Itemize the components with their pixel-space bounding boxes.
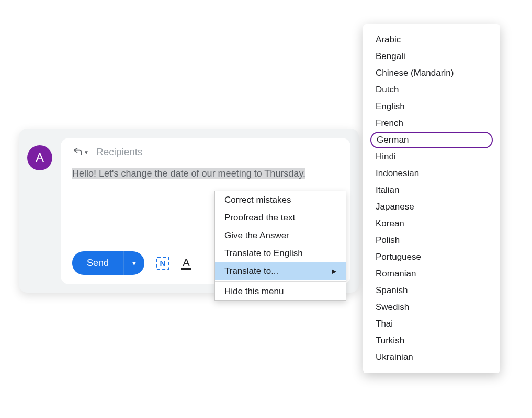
underline-bar-icon xyxy=(181,268,191,270)
reply-type-button[interactable]: ▼ xyxy=(72,147,89,157)
language-item[interactable]: Hindi xyxy=(370,148,493,165)
context-menu-item[interactable]: Translate to English xyxy=(215,245,346,262)
language-item[interactable]: Spanish xyxy=(370,282,493,299)
context-menu-item-label: Give the Answer xyxy=(224,230,289,241)
language-item[interactable]: German xyxy=(370,132,493,148)
context-menu-item[interactable]: Correct mistakes xyxy=(215,191,346,209)
recipients-field[interactable]: Recipients xyxy=(96,146,143,158)
language-item[interactable]: English xyxy=(370,98,493,115)
language-item[interactable]: Indonesian xyxy=(370,165,493,182)
send-button[interactable]: Send xyxy=(72,251,123,275)
language-item[interactable]: Japanese xyxy=(370,199,493,215)
context-menu-item-label: Proofread the text xyxy=(224,213,295,223)
avatar: A xyxy=(27,145,52,170)
text-format-button[interactable]: A xyxy=(181,257,191,270)
language-item[interactable]: Polish xyxy=(370,232,493,249)
recipients-row: ▼ Recipients xyxy=(72,146,339,158)
language-item[interactable]: Italian xyxy=(370,182,493,199)
language-item[interactable]: Swedish xyxy=(370,299,493,316)
language-item[interactable]: Romanian xyxy=(370,265,493,282)
language-item[interactable]: Korean xyxy=(370,215,493,232)
language-item[interactable]: Ukrainian xyxy=(370,349,493,366)
context-menu-item[interactable]: Give the Answer xyxy=(215,227,346,245)
send-more-button[interactable]: ▼ xyxy=(123,251,144,275)
language-item[interactable]: Bengali xyxy=(370,48,493,65)
context-menu-item-label: Translate to English xyxy=(224,248,303,259)
message-text-selected[interactable]: Hello! Let's change the date of our meet… xyxy=(72,168,305,179)
context-menu-item-label: Translate to... xyxy=(224,266,278,276)
context-menu-item[interactable]: Proofread the text xyxy=(215,209,346,227)
reply-arrow-icon xyxy=(72,147,83,157)
context-menu-item[interactable]: Hide this menu xyxy=(215,283,346,300)
context-menu-item[interactable]: Translate to...▶ xyxy=(215,262,346,280)
context-menu-item-label: Correct mistakes xyxy=(224,195,291,205)
caret-down-icon: ▼ xyxy=(131,260,137,266)
language-item[interactable]: Turkish xyxy=(370,332,493,349)
language-item[interactable]: French xyxy=(370,115,493,132)
language-item[interactable]: Chinese (Mandarin) xyxy=(370,65,493,82)
submenu-arrow-icon: ▶ xyxy=(332,268,336,275)
language-item[interactable]: Dutch xyxy=(370,82,493,98)
language-item[interactable]: Portuguese xyxy=(370,249,493,265)
language-item[interactable]: Thai xyxy=(370,316,493,332)
context-menu-item-label: Hide this menu xyxy=(224,286,284,297)
menu-separator xyxy=(215,281,346,282)
language-submenu: ArabicBengaliChinese (Mandarin)DutchEngl… xyxy=(363,24,500,373)
send-button-group: Send ▼ xyxy=(72,251,144,275)
format-a-icon: A xyxy=(183,257,189,268)
language-item[interactable]: Arabic xyxy=(370,31,493,48)
caret-down-icon: ▼ xyxy=(84,149,89,155)
context-menu: Correct mistakesProofread the textGive t… xyxy=(214,191,346,301)
n-tool-icon[interactable]: N xyxy=(156,257,169,270)
